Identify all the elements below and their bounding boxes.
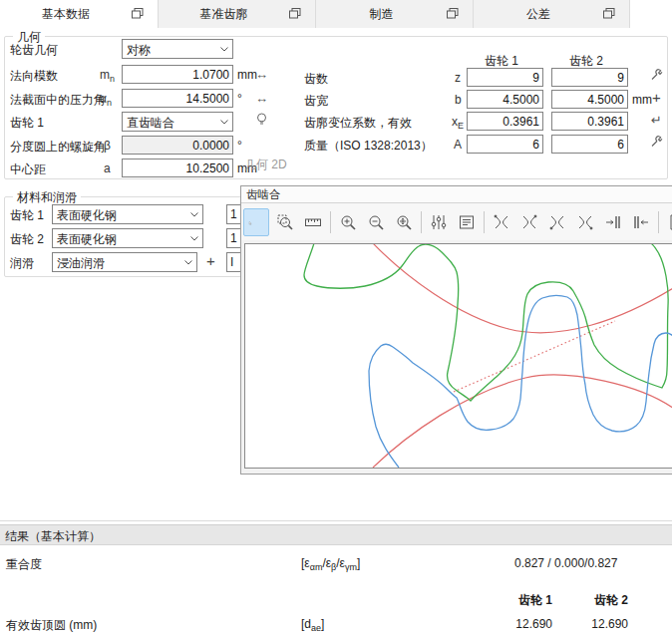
- chevron-down-icon: [220, 120, 228, 125]
- center-distance-symbol: a: [104, 161, 111, 175]
- helix-angle-input: [122, 136, 233, 155]
- normal-module-input[interactable]: [122, 65, 233, 84]
- mesh-plot[interactable]: [244, 243, 672, 469]
- mesh-rotate-4-icon[interactable]: [571, 207, 599, 237]
- effective-tip-circle-gear1-value: 12.690: [493, 617, 552, 631]
- mesh-rotate-2-icon[interactable]: [515, 207, 543, 237]
- tab-label: 基准齿廓: [200, 6, 248, 23]
- profile-shift-gear1-input[interactable]: [467, 112, 543, 131]
- tab-label: 基本数据: [42, 6, 90, 23]
- undock-icon[interactable]: [603, 8, 615, 19]
- overlap-ratio-value: 0.827 / 0.000/0.827: [514, 556, 617, 570]
- mesh-rotate-1-icon[interactable]: [488, 207, 515, 237]
- results-gear1-column-header: 齿轮 1: [493, 592, 552, 609]
- gear-geometry-type-select[interactable]: 对称: [122, 39, 233, 59]
- zoom-in-icon[interactable]: [334, 207, 362, 237]
- helix-angle-label: 分度圆上的螺旋角: [10, 139, 106, 156]
- gear-mesh-drawing: [245, 244, 672, 468]
- results-header: 结果（基本计算）: [0, 524, 672, 545]
- results-divider: [0, 520, 672, 521]
- tab-label: 公差: [526, 6, 550, 23]
- effective-tip-circle-gear2-value: 12.690: [568, 617, 628, 631]
- plus-icon[interactable]: +: [652, 89, 661, 106]
- contact-left-icon[interactable]: [599, 207, 627, 237]
- chevron-down-icon: [184, 260, 192, 265]
- center-distance-input[interactable]: [122, 159, 233, 177]
- zoom-fit-icon[interactable]: [390, 207, 418, 237]
- gear1-mesh-type-label: 齿轮 1: [10, 115, 44, 132]
- zoom-out-icon[interactable]: [362, 207, 390, 237]
- overlap-ratio-label: 重合度: [6, 556, 42, 573]
- plus-icon[interactable]: +: [206, 252, 215, 269]
- tab-tolerances[interactable]: 公差: [473, 0, 630, 28]
- toolbar-separator: [330, 211, 331, 233]
- effective-tip-circle-formula: [dae]: [301, 617, 324, 633]
- tab-reference-profile[interactable]: 基准齿廓: [158, 0, 315, 28]
- undock-icon[interactable]: [289, 8, 301, 19]
- teeth-number-gear2-input[interactable]: [551, 68, 628, 87]
- chevron-down-icon: [220, 47, 228, 52]
- effective-tip-circle-label: 有效齿顶圆 (mm): [6, 617, 97, 634]
- undock-icon[interactable]: [132, 8, 144, 19]
- quality-label: 质量（ISO 1328:2013）: [304, 138, 433, 155]
- teeth-number-label: 齿数: [304, 71, 328, 88]
- chevron-down-icon: [190, 236, 198, 241]
- document-icon[interactable]: [662, 207, 672, 237]
- zoom-selection-icon[interactable]: [271, 207, 299, 237]
- material-gear1-label: 齿轮 1: [10, 207, 44, 224]
- report-icon[interactable]: [453, 207, 481, 237]
- undock-icon[interactable]: [447, 8, 459, 19]
- wrench-icon[interactable]: [650, 135, 663, 148]
- mesh-panel-title: 齿啮合: [241, 186, 672, 203]
- wrench-icon[interactable]: [650, 68, 663, 81]
- sliders-icon[interactable]: [425, 207, 453, 237]
- tab-basic-data[interactable]: 基本数据: [0, 0, 158, 28]
- pressure-angle-input[interactable]: [122, 89, 233, 108]
- tab-label: 制造: [370, 6, 394, 23]
- geometry-2d-tab-label[interactable]: 几何 2D: [244, 157, 287, 173]
- contact-right-icon[interactable]: [627, 207, 655, 237]
- swap-icon[interactable]: ↔: [255, 91, 268, 106]
- bulb-icon[interactable]: [256, 113, 267, 127]
- mesh-rotate-3-icon[interactable]: [543, 207, 571, 237]
- overlap-ratio-formula: [εαm/εβ/εγm]: [301, 556, 360, 572]
- lubrication-select[interactable]: 浸油润滑: [52, 252, 197, 272]
- pressure-angle-label: 法截面中的压力角: [10, 92, 106, 109]
- profile-shift-label: 齿廓变位系数，有效: [304, 115, 412, 132]
- center-distance-label: 中心距: [10, 161, 46, 178]
- teeth-number-symbol: z: [455, 71, 461, 85]
- face-width-label: 齿宽: [304, 93, 328, 110]
- material-gear2-select[interactable]: 表面硬化钢: [52, 228, 203, 248]
- gear1-mesh-type-select[interactable]: 直齿啮合: [122, 112, 233, 132]
- pressure-angle-symbol: αn: [100, 92, 112, 108]
- kisssoft-basic-data-window: 基本数据 基准齿廓 制造 公差 几何 轮齿几何 对称: [0, 0, 672, 638]
- face-width-symbol: b: [455, 93, 462, 107]
- material-gear1-select[interactable]: 表面硬化钢: [52, 204, 203, 224]
- face-width-gear2-input[interactable]: [551, 90, 628, 109]
- results-gear2-column-header: 齿轮 2: [568, 592, 628, 609]
- toolbar-separator: [484, 211, 485, 233]
- cursor-icon[interactable]: [243, 208, 269, 236]
- face-width-unit: mm: [632, 93, 652, 107]
- pressure-angle-unit: °: [237, 92, 242, 106]
- quality-gear1-input[interactable]: [467, 135, 543, 154]
- gear-geometry-type-label: 轮齿几何: [10, 42, 58, 59]
- teeth-number-gear1-input[interactable]: [467, 68, 543, 87]
- helix-angle-unit: °: [237, 139, 242, 153]
- normal-module-unit: mm: [237, 68, 257, 82]
- ruler-icon[interactable]: [299, 207, 327, 237]
- enter-arrow-icon[interactable]: ↵: [651, 113, 662, 128]
- profile-shift-gear2-input[interactable]: [551, 112, 628, 131]
- profile-shift-symbol: xE: [452, 115, 464, 131]
- helix-angle-symbol: β: [104, 139, 111, 153]
- tab-manufacturing[interactable]: 制造: [315, 0, 473, 28]
- face-width-gear1-input[interactable]: [467, 90, 543, 109]
- normal-module-label: 法向模数: [10, 68, 58, 85]
- chevron-down-icon: [190, 212, 198, 217]
- quality-gear2-input[interactable]: [551, 135, 628, 154]
- swap-icon[interactable]: ↔: [255, 67, 268, 82]
- tab-bar: 基本数据 基准齿廓 制造 公差: [0, 0, 672, 28]
- mesh-toolbar: [241, 203, 672, 240]
- material-gear2-label: 齿轮 2: [10, 231, 44, 248]
- toolbar-separator: [421, 211, 422, 233]
